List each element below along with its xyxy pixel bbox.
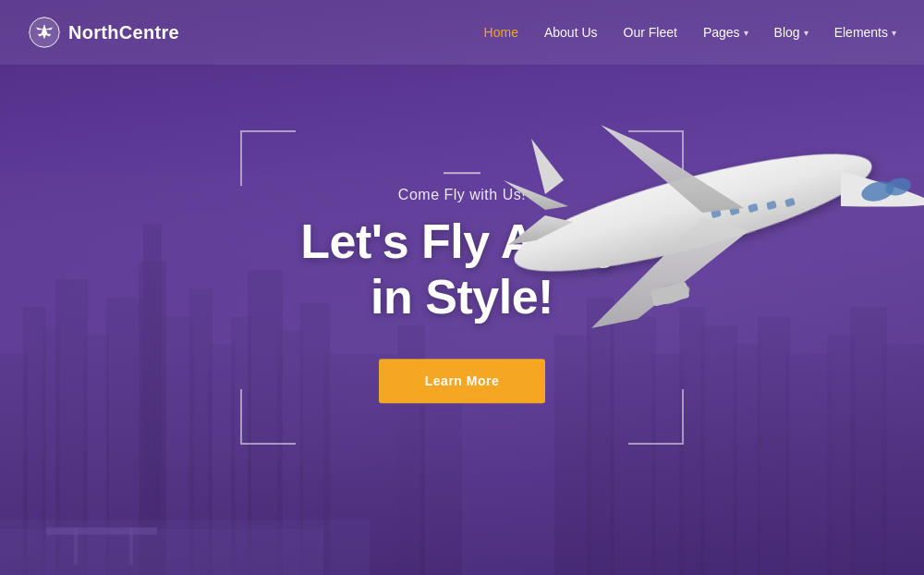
- logo-icon: [28, 16, 61, 49]
- nav-item-pages[interactable]: Pages ▾: [703, 25, 748, 40]
- chevron-down-icon: ▾: [744, 28, 748, 38]
- hero-section: NorthCentre Home About Us Our Fleet Page…: [0, 0, 924, 575]
- nav-item-home[interactable]: Home: [484, 25, 518, 40]
- nav-item-blog[interactable]: Blog ▾: [774, 25, 808, 40]
- nav-link-home[interactable]: Home: [484, 25, 518, 40]
- navbar: NorthCentre Home About Us Our Fleet Page…: [0, 0, 924, 65]
- hero-divider: [444, 172, 480, 174]
- logo[interactable]: NorthCentre: [28, 16, 179, 49]
- nav-link-elements[interactable]: Elements ▾: [834, 25, 896, 40]
- nav-item-elements[interactable]: Elements ▾: [834, 25, 896, 40]
- chevron-down-icon: ▾: [804, 28, 808, 38]
- nav-item-about[interactable]: About Us: [544, 25, 598, 40]
- nav-menu: Home About Us Our Fleet Pages ▾ Blog ▾: [484, 25, 896, 40]
- chevron-down-icon: ▾: [892, 28, 896, 38]
- airplane-image: [490, 51, 924, 402]
- nav-link-blog[interactable]: Blog ▾: [774, 25, 808, 40]
- nav-link-pages[interactable]: Pages ▾: [703, 25, 748, 40]
- nav-link-about[interactable]: About Us: [544, 25, 598, 40]
- nav-link-fleet[interactable]: Our Fleet: [624, 25, 677, 40]
- nav-item-fleet[interactable]: Our Fleet: [624, 25, 677, 40]
- brand-name: NorthCentre: [68, 22, 179, 43]
